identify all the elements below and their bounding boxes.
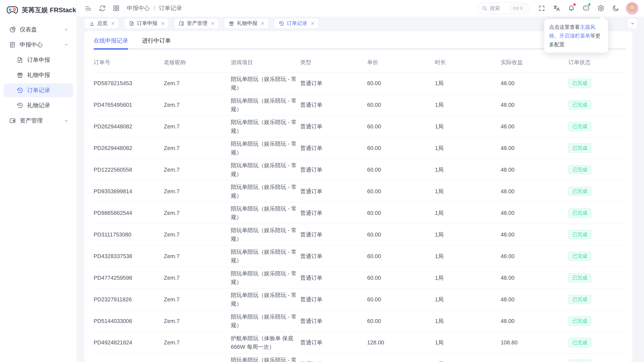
tooltip-topnav-link[interactable]: 开启顶栏菜单 [559, 33, 590, 38]
file-plus-icon [129, 21, 134, 26]
breadcrumb-current: 订单记录 [159, 4, 182, 12]
breadcrumb-separator: / [154, 5, 155, 11]
sidebar-item-label: 礼物申报 [27, 71, 50, 79]
unit-price: 60.00 [367, 275, 381, 281]
table-row: PD1222560558 Zem.7 陪玩单陪玩（娱乐陪玩 - 常规） 普通订单… [94, 159, 626, 180]
game-project: 陪玩单陪玩（娱乐陪玩 - 常规） [231, 205, 297, 220]
order-no: PD4765495601 [94, 102, 132, 108]
fullscreen-icon[interactable] [536, 2, 548, 14]
unit-price: 128.00 [367, 339, 384, 346]
status-badge: 已完成 [568, 338, 591, 347]
sidebar-item-dashboard[interactable]: 仪表盘 [4, 23, 73, 36]
user-avatar[interactable] [626, 2, 638, 14]
brand-logo-gamepad-icon [6, 5, 18, 15]
actual-income: 48.00 [500, 275, 514, 281]
settings-gear-icon[interactable] [595, 2, 607, 14]
search-icon [482, 5, 487, 11]
actual-income: 48.00 [500, 123, 514, 130]
sidebar-item-report-center[interactable]: 申报中心 [4, 38, 73, 52]
actual-income: 48.00 [500, 188, 514, 194]
boss-nickname: Zem.7 [164, 253, 180, 259]
sidebar-item-order-records[interactable]: 订单记录 [4, 83, 73, 97]
unit-price: 60.00 [367, 231, 381, 238]
boss-nickname: Zem.7 [164, 210, 180, 216]
unit-price: 60.00 [367, 123, 381, 130]
close-icon[interactable] [260, 21, 265, 25]
chips-collapse-button[interactable] [627, 18, 638, 29]
gift-icon [228, 21, 234, 26]
unit-price: 60.00 [367, 80, 381, 86]
status-badge: 已完成 [568, 252, 591, 261]
table-row: PD4328337538 Zem.7 陪玩单陪玩（娱乐陪玩 - 常规） 普通订单… [94, 245, 626, 267]
status-badge: 已完成 [568, 122, 591, 131]
status-badge: 已完成 [568, 360, 591, 362]
order-type: 普通订单 [300, 102, 322, 108]
sidebar-item-order-report[interactable]: 订单申报 [4, 53, 73, 67]
message-green-dot [588, 3, 591, 6]
apps-grid-icon[interactable] [110, 2, 122, 14]
chip-order-records[interactable]: 订单记录 [274, 18, 319, 29]
status-badge: 已完成 [568, 187, 591, 196]
chip-label: 订单记录 [287, 20, 307, 27]
table-row: PD5878215453 Zem.7 陪玩单陪玩（娱乐陪玩 - 常规） 普通订单… [94, 72, 626, 94]
actual-income: 48.00 [500, 80, 514, 86]
brand: 芙苒互娱 FRStack [0, 0, 77, 20]
order-no: PD5878215453 [94, 80, 132, 86]
order-no: PD2629448082 [94, 123, 132, 130]
chip-order-report[interactable]: 订单申报 [124, 18, 169, 29]
history-icon [278, 21, 284, 26]
tab-ongoing-orders[interactable]: 进行中订单 [142, 37, 171, 49]
unit-price: 60.00 [367, 361, 381, 362]
table-header-row: 订单号 老板昵称 游戏项目 类型 单价 时长 实际收益 订单状态 [94, 54, 626, 72]
order-type: 普通订单 [300, 188, 322, 194]
boss-nickname: Zem.7 [164, 275, 180, 281]
collapse-sidebar-button[interactable] [82, 2, 94, 14]
order-no: PD1222560558 [94, 167, 132, 173]
tooltip-separator: 、 [554, 33, 560, 38]
actual-income: 48.00 [500, 361, 514, 362]
breadcrumb: 申报中心 / 订单记录 [127, 4, 182, 12]
boss-nickname: Zem.7 [164, 231, 180, 238]
chevron-down-icon [64, 27, 69, 32]
actual-income: 48.00 [500, 318, 514, 324]
close-icon[interactable] [310, 21, 314, 25]
tab-online-report-records[interactable]: 在线申报记录 [94, 37, 128, 49]
orders-table-wrap: 订单号 老板昵称 游戏项目 类型 单价 时长 实际收益 订单状态 PD58782 [91, 50, 626, 362]
actual-income: 48.00 [500, 210, 514, 216]
breadcrumb-section[interactable]: 申报中心 [127, 4, 150, 12]
sidebar-item-label: 申报中心 [20, 41, 43, 49]
search-input-box[interactable]: Ctrl K [478, 2, 529, 14]
order-no: PD4924821824 [94, 339, 132, 346]
search-input[interactable] [490, 5, 508, 11]
close-icon[interactable] [211, 21, 215, 25]
table-row: PD9630518909 Zem.7 陪玩单陪玩（娱乐陪玩 - 常规） 普通订单… [94, 354, 626, 362]
close-icon[interactable] [111, 21, 115, 25]
chip-gift-report[interactable]: 礼物申报 [224, 18, 269, 29]
orders-table-body: PD5878215453 Zem.7 陪玩单陪玩（娱乐陪玩 - 常规） 普通订单… [94, 72, 626, 362]
table-row: PD5144033006 Zem.7 陪玩单陪玩（娱乐陪玩 - 常规） 普通订单… [94, 310, 626, 332]
order-no: PD3111753080 [94, 231, 131, 238]
boss-nickname: Zem.7 [164, 145, 180, 151]
close-icon[interactable] [161, 21, 165, 25]
notification-red-dot [573, 3, 576, 6]
duration: 1局 [435, 275, 444, 281]
sidebar-item-asset-management[interactable]: 资产管理 [4, 114, 73, 128]
duration: 1局 [435, 102, 444, 108]
dark-mode-moon-icon[interactable] [610, 2, 622, 14]
records-card: 在线申报记录 进行中订单 订单号 老板昵称 游戏项目 [84, 31, 632, 362]
history-icon [16, 102, 24, 109]
content-area: 在线申报记录 进行中订单 订单号 老板昵称 游戏项目 [77, 30, 644, 362]
chip-asset-management[interactable]: 资产管理 [174, 18, 219, 29]
game-project: 陪玩单陪玩（娱乐陪玩 - 常规） [231, 357, 297, 362]
boss-nickname: Zem.7 [164, 188, 180, 194]
notifications-bell-icon[interactable] [565, 2, 578, 14]
game-project: 陪玩单陪玩（娱乐陪玩 - 常规） [231, 97, 297, 112]
sidebar-item-gift-report[interactable]: 礼物申报 [4, 68, 73, 82]
translate-icon[interactable] [550, 2, 563, 14]
refresh-icon[interactable] [96, 2, 108, 14]
chip-overview[interactable]: 总览 [84, 18, 119, 29]
game-project: 护航单陪玩（体验单 保底 666W 每周一次） [231, 335, 293, 350]
messages-icon[interactable] [580, 2, 592, 14]
sidebar-item-gift-records[interactable]: 礼物记录 [4, 98, 73, 112]
boss-nickname: Zem.7 [164, 123, 180, 130]
